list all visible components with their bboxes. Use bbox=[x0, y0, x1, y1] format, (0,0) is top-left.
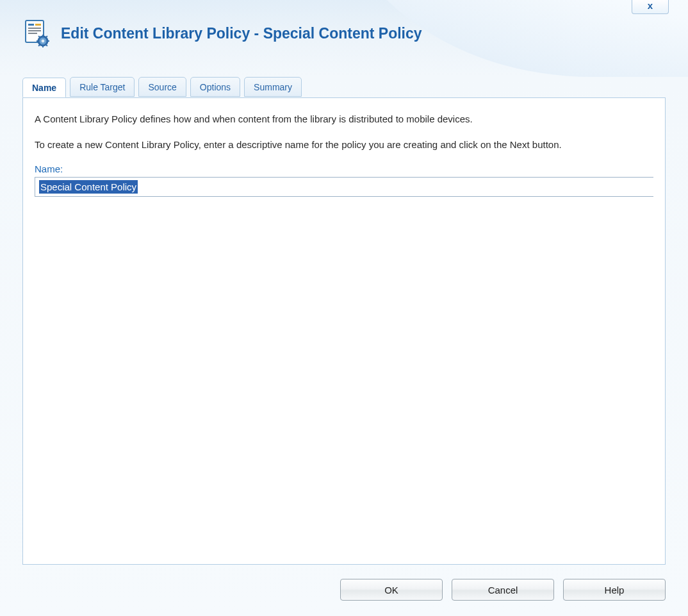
name-input-selected-text: Special Content Policy bbox=[39, 180, 138, 194]
help-button[interactable]: Help bbox=[563, 579, 666, 601]
tab-source[interactable]: Source bbox=[138, 77, 186, 97]
tab-name[interactable]: Name bbox=[22, 78, 66, 97]
tab-rule-target[interactable]: Rule Target bbox=[70, 77, 135, 97]
intro-text-1: A Content Library Policy defines how and… bbox=[35, 112, 653, 126]
tab-summary[interactable]: Summary bbox=[244, 77, 302, 97]
name-input[interactable]: Special Content Policy bbox=[35, 177, 653, 197]
tab-bar: Name Rule Target Source Options Summary bbox=[22, 77, 666, 97]
svg-rect-1 bbox=[28, 24, 34, 26]
svg-rect-4 bbox=[28, 30, 41, 31]
ok-button[interactable]: OK bbox=[340, 579, 443, 601]
policy-document-gear-icon bbox=[22, 19, 51, 47]
svg-rect-5 bbox=[28, 33, 37, 34]
tab-content-panel: A Content Library Policy defines how and… bbox=[22, 97, 666, 565]
name-field-label: Name: bbox=[35, 163, 653, 174]
svg-rect-9 bbox=[42, 35, 44, 37]
tab-options[interactable]: Options bbox=[190, 77, 240, 97]
svg-point-8 bbox=[42, 40, 45, 43]
svg-rect-3 bbox=[28, 28, 41, 29]
svg-rect-11 bbox=[37, 40, 39, 42]
close-icon: x bbox=[648, 0, 653, 11]
svg-rect-12 bbox=[47, 40, 49, 42]
cancel-button[interactable]: Cancel bbox=[452, 579, 554, 601]
dialog-button-bar: OK Cancel Help bbox=[340, 579, 666, 601]
close-button[interactable]: x bbox=[632, 0, 669, 14]
svg-rect-2 bbox=[35, 24, 41, 26]
dialog-title: Edit Content Library Policy - Special Co… bbox=[61, 25, 422, 42]
svg-rect-10 bbox=[42, 45, 44, 47]
intro-text-2: To create a new Content Library Policy, … bbox=[35, 138, 653, 152]
